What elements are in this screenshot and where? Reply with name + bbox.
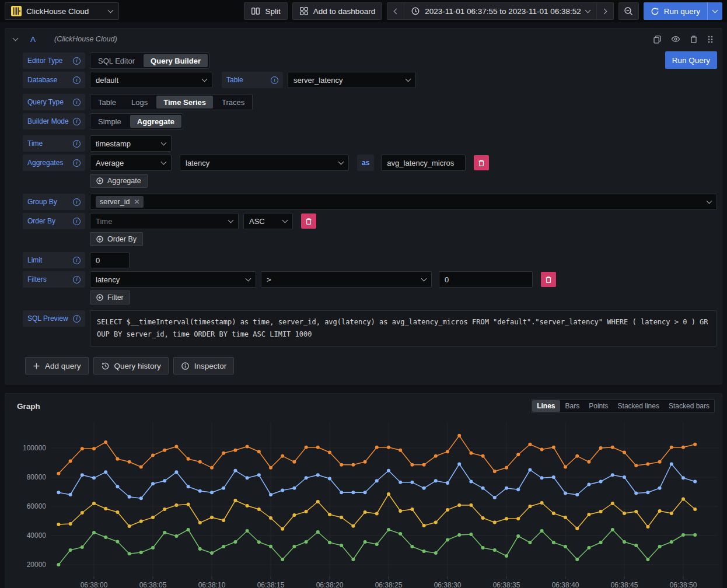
order-by-select[interactable]: Time: [90, 213, 239, 229]
builder-mode-option-simple[interactable]: Simple: [90, 115, 129, 128]
editor-type-option-sql-editor[interactable]: SQL Editor: [90, 54, 142, 67]
view-mode-option-lines[interactable]: Lines: [532, 400, 560, 412]
info-icon: [73, 198, 81, 206]
aggregate-alias-value: avg_latency_micros: [387, 159, 454, 167]
filter-column-select[interactable]: latency: [90, 271, 256, 288]
view-mode-option-bars[interactable]: Bars: [561, 400, 585, 412]
inspector-button[interactable]: Inspector: [173, 357, 235, 374]
view-mode-option-stacked-bars[interactable]: Stacked bars: [664, 400, 714, 412]
limit-label: Limit: [23, 252, 85, 268]
filter-value-input[interactable]: 0: [439, 271, 533, 288]
query-type-option-table[interactable]: Table: [90, 96, 124, 108]
editor-type-option-query-builder[interactable]: Query Builder: [144, 54, 208, 67]
group-by-label: Group By: [23, 194, 85, 210]
sql-preview-text[interactable]: SELECT $__timeInterval(timestamp) as tim…: [90, 310, 717, 346]
query-ref-id: A: [30, 35, 36, 44]
info-icon: [73, 57, 81, 65]
split-button[interactable]: Split: [244, 2, 287, 20]
svg-text:100000: 100000: [23, 444, 46, 452]
info-icon: [73, 140, 81, 148]
time-back-button[interactable]: [387, 2, 404, 20]
aggregate-column-select[interactable]: latency: [180, 155, 349, 171]
query-type-option-logs[interactable]: Logs: [124, 96, 155, 108]
chevron-down-icon: [707, 198, 712, 204]
svg-text:06:38:20: 06:38:20: [316, 581, 344, 588]
chevron-down-icon: [282, 218, 288, 223]
database-select[interactable]: default: [90, 72, 212, 88]
time-forward-button[interactable]: [597, 2, 614, 20]
graph-panel: Graph LinesBarsPointsStacked linesStacke…: [5, 393, 722, 588]
run-query-dropdown[interactable]: [707, 2, 722, 20]
view-mode-option-stacked-lines[interactable]: Stacked lines: [613, 400, 664, 412]
circle-plus-icon: [96, 294, 103, 301]
svg-text:06:38:50: 06:38:50: [670, 581, 697, 588]
add-order-by-button[interactable]: Order By: [90, 232, 143, 246]
editor-type-label: Editor Type: [23, 52, 85, 69]
group-by-chip[interactable]: server_id ✕: [96, 196, 144, 208]
hide-response-eye-icon[interactable]: [671, 35, 680, 43]
svg-text:80000: 80000: [27, 473, 47, 481]
plus-icon: [33, 362, 40, 370]
chevron-down-icon: [202, 76, 208, 82]
svg-text:60000: 60000: [27, 502, 47, 510]
query-type-label: Query Type: [23, 94, 85, 110]
collapse-chevron-icon: [13, 36, 19, 41]
history-icon: [101, 362, 110, 370]
run-query-label: Run query: [664, 7, 700, 16]
builder-mode-label: Builder Mode: [23, 113, 85, 130]
info-icon: [73, 257, 81, 264]
add-query-label: Add query: [45, 362, 81, 370]
aggregate-function-select[interactable]: Average: [90, 155, 172, 171]
datasource-picker[interactable]: ClickHouse Cloud: [5, 2, 119, 20]
graph-view-mode-switch: LinesBarsPointsStacked linesStacked bars: [531, 399, 715, 413]
chevron-down-icon: [246, 276, 251, 282]
svg-text:20000: 20000: [27, 561, 47, 569]
chevron-down-icon: [712, 8, 718, 13]
query-type-option-traces[interactable]: Traces: [214, 96, 252, 108]
query-history-button[interactable]: Query history: [93, 357, 169, 374]
add-to-dashboard-button[interactable]: Add to dashboard: [292, 2, 383, 20]
chevron-down-icon: [585, 8, 590, 13]
chevron-right-icon: [601, 8, 607, 14]
svg-text:06:38:30: 06:38:30: [434, 581, 462, 588]
order-by-label: Order By: [23, 213, 85, 229]
aggregate-function-value: Average: [96, 159, 124, 167]
remove-filter-button[interactable]: [541, 272, 556, 287]
remove-chip-icon[interactable]: ✕: [134, 198, 139, 206]
query-row-header[interactable]: A (ClickHouse Cloud): [5, 29, 722, 50]
timeseries-chart[interactable]: 2000040000600008000010000006:38:0006:38:…: [5, 414, 722, 588]
remove-aggregate-button[interactable]: [474, 155, 489, 170]
explore-toolbar: ClickHouse Cloud Split Add to: [0, 0, 727, 22]
add-query-button[interactable]: Add query: [25, 357, 89, 374]
panel-run-query-button[interactable]: Run Query: [665, 51, 717, 69]
remove-order-by-button[interactable]: [301, 214, 316, 229]
sql-preview-label: SQL Preview: [23, 310, 85, 327]
remove-query-trash-icon[interactable]: [690, 35, 698, 44]
zoom-out-button[interactable]: [618, 2, 639, 20]
split-icon: [251, 6, 260, 16]
add-order-by-label: Order By: [107, 235, 137, 243]
time-range-picker[interactable]: 2023-11-01 06:37:55 to 2023-11-01 06:38:…: [404, 2, 596, 20]
clock-icon: [411, 6, 420, 16]
order-direction-select[interactable]: ASC: [243, 213, 293, 229]
svg-text:06:38:00: 06:38:00: [81, 581, 108, 588]
aggregate-alias-input[interactable]: avg_latency_micros: [381, 155, 466, 171]
sync-icon: [651, 7, 659, 16]
time-column-select[interactable]: timestamp: [90, 135, 172, 152]
duplicate-query-icon[interactable]: [653, 35, 662, 44]
add-aggregate-button[interactable]: Aggregate: [90, 174, 148, 188]
as-keyword-label: as: [357, 155, 374, 171]
run-query-button[interactable]: Run query: [644, 2, 707, 20]
drag-handle-icon[interactable]: [707, 35, 714, 44]
info-icon: [73, 218, 81, 225]
add-filter-button[interactable]: Filter: [90, 290, 130, 304]
builder-mode-switch: SimpleAggregate: [90, 113, 183, 130]
query-type-option-time-series[interactable]: Time Series: [156, 96, 213, 108]
group-by-chip-value: server_id: [100, 198, 130, 206]
view-mode-option-points[interactable]: Points: [584, 400, 613, 412]
group-by-multiselect[interactable]: server_id ✕: [90, 194, 717, 210]
builder-mode-option-aggregate[interactable]: Aggregate: [130, 115, 181, 128]
table-select[interactable]: server_latency: [288, 72, 416, 88]
filter-operator-select[interactable]: >: [261, 271, 432, 288]
limit-input[interactable]: 0: [90, 252, 130, 268]
